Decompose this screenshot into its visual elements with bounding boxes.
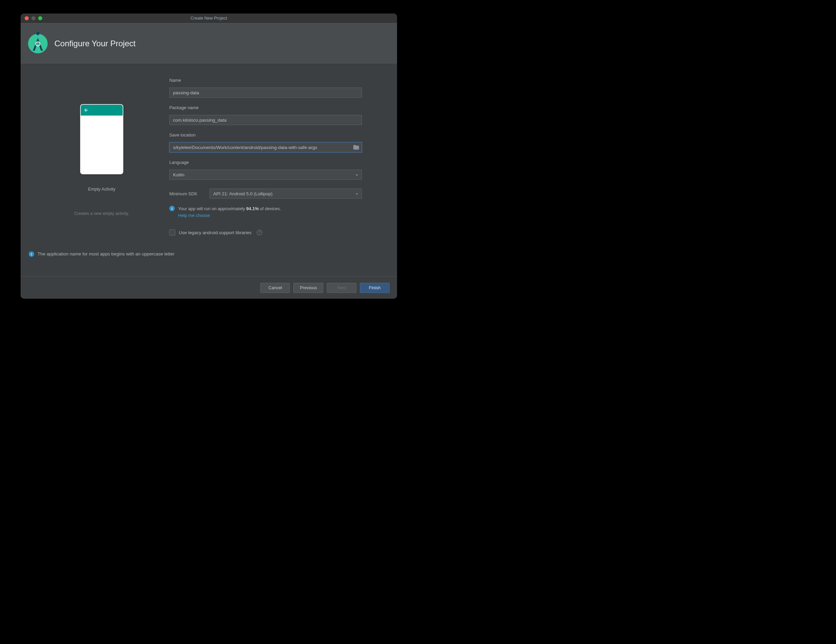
save-location-label: Save location xyxy=(169,132,362,137)
info-icon: i xyxy=(29,251,34,257)
sdk-info-text-b: of devices. xyxy=(259,206,281,211)
legacy-support-row: Use legacy android.support libraries ? xyxy=(169,230,362,235)
package-name-value: com.kiloloco.passing_data xyxy=(173,117,226,123)
back-arrow-icon xyxy=(83,108,89,113)
window-title: Create New Project xyxy=(21,16,397,21)
template-name-label: Empty Activity xyxy=(88,186,116,192)
button-bar: Cancel Previous Next Finish xyxy=(21,276,397,299)
legacy-support-label: Use legacy android.support libraries xyxy=(179,230,251,235)
previous-button[interactable]: Previous xyxy=(293,283,323,293)
next-button[interactable]: Next xyxy=(327,283,356,293)
folder-icon[interactable] xyxy=(353,144,359,151)
template-appbar xyxy=(81,105,122,116)
cancel-button[interactable]: Cancel xyxy=(260,283,290,293)
dialog-body: Empty Activity Creates a new empty activ… xyxy=(21,64,397,276)
save-location-value: s/kylelee/Documents/Work/content/android… xyxy=(173,145,317,150)
help-me-choose-link[interactable]: Help me choose xyxy=(178,213,210,218)
chevron-down-icon xyxy=(354,191,359,197)
name-input[interactable]: passing-data xyxy=(169,88,362,98)
dialog-window: Create New Project Configure Your Projec… xyxy=(21,13,397,299)
chevron-down-icon xyxy=(354,172,359,178)
save-location-input[interactable]: s/kylelee/Documents/Work/content/android… xyxy=(169,142,362,152)
language-label: Language xyxy=(169,160,362,165)
name-label: Name xyxy=(169,78,362,83)
android-studio-logo-icon xyxy=(28,34,47,54)
finish-button[interactable]: Finish xyxy=(360,283,390,293)
language-value: Kotlin xyxy=(173,172,185,178)
help-icon[interactable]: ? xyxy=(257,230,262,235)
titlebar: Create New Project xyxy=(21,13,397,23)
package-name-label: Package name xyxy=(169,105,362,110)
name-input-value: passing-data xyxy=(173,90,199,95)
template-preview-column: Empty Activity Creates a new empty activ… xyxy=(34,104,169,276)
header-band: Configure Your Project xyxy=(21,23,397,64)
minimum-sdk-label: Minimum SDK xyxy=(169,191,205,196)
sdk-info-text-a: Your app will run on approximately xyxy=(178,206,247,211)
minimum-sdk-value: API 21: Android 5.0 (Lollipop) xyxy=(213,191,273,196)
sdk-info-row: i Your app will run on approximately 94.… xyxy=(169,205,362,218)
sdk-info-percent: 94.1% xyxy=(247,206,259,211)
name-hint-row: i The application name for most apps beg… xyxy=(29,251,175,257)
page-title: Configure Your Project xyxy=(54,39,136,48)
legacy-support-checkbox[interactable] xyxy=(169,230,175,235)
template-thumbnail xyxy=(80,104,123,174)
sdk-info-text: Your app will run on approximately 94.1%… xyxy=(178,205,281,218)
info-icon: i xyxy=(169,206,175,211)
template-description: Creates a new empty activity. xyxy=(74,211,129,216)
package-name-input[interactable]: com.kiloloco.passing_data xyxy=(169,115,362,125)
form-column: Name passing-data Package name com.kilol… xyxy=(169,75,362,276)
minimum-sdk-select[interactable]: API 21: Android 5.0 (Lollipop) xyxy=(209,189,362,199)
name-hint-text: The application name for most apps begin… xyxy=(38,251,175,256)
language-select[interactable]: Kotlin xyxy=(169,170,362,180)
